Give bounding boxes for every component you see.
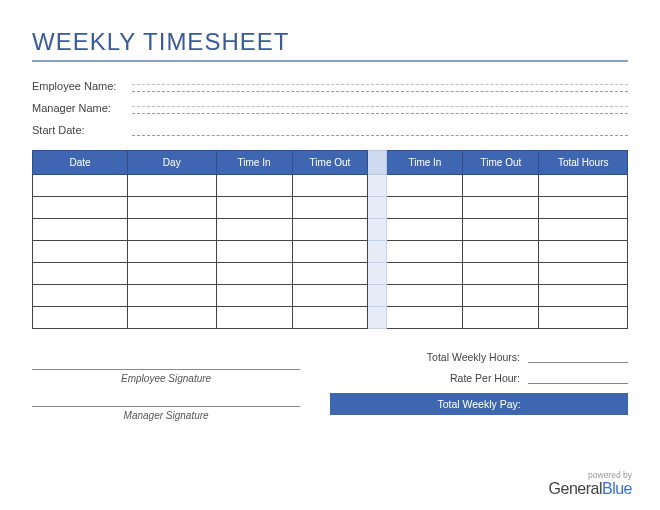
cell-total[interactable] <box>539 241 628 263</box>
cell-total[interactable] <box>539 197 628 219</box>
cell-date[interactable] <box>33 175 128 197</box>
cell-out1[interactable] <box>292 285 368 307</box>
start-date-label: Start Date: <box>32 124 132 136</box>
cell-in1[interactable] <box>216 263 292 285</box>
cell-out1[interactable] <box>292 219 368 241</box>
brand-logo: GeneralBlue <box>549 480 632 498</box>
manager-name-field[interactable] <box>132 102 628 114</box>
cell-in1[interactable] <box>216 219 292 241</box>
cell-in1[interactable] <box>216 285 292 307</box>
footer: powered by GeneralBlue <box>549 470 632 498</box>
col-gap <box>368 151 387 175</box>
cell-in1[interactable] <box>216 307 292 329</box>
timesheet-table: Date Day Time In Time Out Time In Time O… <box>32 150 628 329</box>
table-header-row: Date Day Time In Time Out Time In Time O… <box>33 151 628 175</box>
cell-in1[interactable] <box>216 175 292 197</box>
powered-by-label: powered by <box>549 470 632 480</box>
manager-name-label: Manager Name: <box>32 102 132 114</box>
cell-out2[interactable] <box>463 175 539 197</box>
cell-out2[interactable] <box>463 197 539 219</box>
cell-day[interactable] <box>127 219 216 241</box>
manager-signature-line[interactable]: Manager Signature <box>32 406 300 421</box>
col-total-hours: Total Hours <box>539 151 628 175</box>
col-day: Day <box>127 151 216 175</box>
title-rule <box>32 60 628 62</box>
page-title: WEEKLY TIMESHEET <box>32 28 628 56</box>
table-row <box>33 219 628 241</box>
table-row <box>33 197 628 219</box>
brand-part-b: Blue <box>602 480 632 497</box>
cell-out1[interactable] <box>292 197 368 219</box>
cell-gap <box>368 175 387 197</box>
cell-date[interactable] <box>33 241 128 263</box>
cell-day[interactable] <box>127 307 216 329</box>
rate-per-hour-row: Rate Per Hour: <box>330 372 628 384</box>
table-row <box>33 263 628 285</box>
cell-in2[interactable] <box>387 307 463 329</box>
cell-day[interactable] <box>127 175 216 197</box>
cell-out2[interactable] <box>463 307 539 329</box>
brand-part-a: General <box>549 480 602 497</box>
total-weekly-hours-label: Total Weekly Hours: <box>427 351 520 363</box>
cell-out2[interactable] <box>463 241 539 263</box>
cell-date[interactable] <box>33 263 128 285</box>
cell-out2[interactable] <box>463 263 539 285</box>
cell-in2[interactable] <box>387 241 463 263</box>
cell-day[interactable] <box>127 197 216 219</box>
total-weekly-hours-field[interactable] <box>528 351 628 363</box>
cell-in2[interactable] <box>387 263 463 285</box>
cell-in1[interactable] <box>216 241 292 263</box>
total-weekly-hours-row: Total Weekly Hours: <box>330 351 628 363</box>
cell-total[interactable] <box>539 285 628 307</box>
cell-out1[interactable] <box>292 263 368 285</box>
rate-per-hour-field[interactable] <box>528 372 628 384</box>
cell-gap <box>368 219 387 241</box>
employee-name-field[interactable] <box>132 80 628 92</box>
col-time-out-2: Time Out <box>463 151 539 175</box>
table-row <box>33 241 628 263</box>
table-row <box>33 175 628 197</box>
employee-name-row: Employee Name: <box>32 80 628 92</box>
cell-in2[interactable] <box>387 219 463 241</box>
rate-per-hour-label: Rate Per Hour: <box>450 372 520 384</box>
start-date-field[interactable] <box>132 124 628 136</box>
cell-day[interactable] <box>127 285 216 307</box>
col-date: Date <box>33 151 128 175</box>
table-row <box>33 307 628 329</box>
cell-date[interactable] <box>33 307 128 329</box>
cell-total[interactable] <box>539 219 628 241</box>
cell-total[interactable] <box>539 175 628 197</box>
cell-out1[interactable] <box>292 175 368 197</box>
cell-in1[interactable] <box>216 197 292 219</box>
cell-total[interactable] <box>539 307 628 329</box>
cell-in2[interactable] <box>387 197 463 219</box>
cell-day[interactable] <box>127 241 216 263</box>
col-time-in-2: Time In <box>387 151 463 175</box>
cell-out2[interactable] <box>463 219 539 241</box>
start-date-row: Start Date: <box>32 124 628 136</box>
cell-out1[interactable] <box>292 241 368 263</box>
cell-date[interactable] <box>33 197 128 219</box>
total-weekly-pay-bar: Total Weekly Pay: <box>330 393 628 415</box>
cell-gap <box>368 241 387 263</box>
col-time-in-1: Time In <box>216 151 292 175</box>
cell-in2[interactable] <box>387 175 463 197</box>
employee-name-label: Employee Name: <box>32 80 132 92</box>
cell-total[interactable] <box>539 263 628 285</box>
cell-gap <box>368 263 387 285</box>
cell-day[interactable] <box>127 263 216 285</box>
cell-gap <box>368 307 387 329</box>
cell-gap <box>368 285 387 307</box>
col-time-out-1: Time Out <box>292 151 368 175</box>
cell-out2[interactable] <box>463 285 539 307</box>
cell-gap <box>368 197 387 219</box>
manager-name-row: Manager Name: <box>32 102 628 114</box>
cell-date[interactable] <box>33 285 128 307</box>
cell-date[interactable] <box>33 219 128 241</box>
cell-in2[interactable] <box>387 285 463 307</box>
cell-out1[interactable] <box>292 307 368 329</box>
employee-signature-line[interactable]: Employee Signature <box>32 369 300 384</box>
table-row <box>33 285 628 307</box>
